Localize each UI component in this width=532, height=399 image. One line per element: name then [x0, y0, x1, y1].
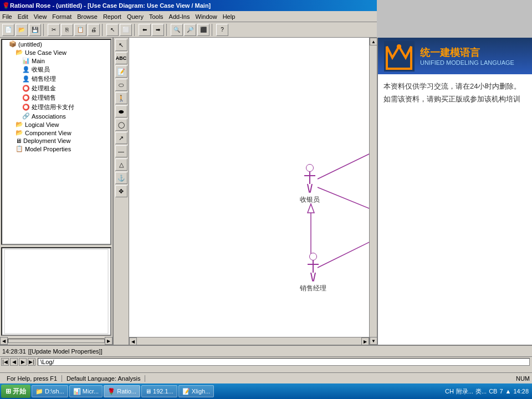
mini-scroll-right[interactable]: ▶	[105, 337, 112, 345]
scroll-right[interactable]: ▶	[361, 337, 369, 345]
svg-line-1	[318, 144, 377, 179]
log-nav-next1[interactable]: ▶|	[28, 358, 35, 366]
canvas-scrollbar[interactable]: ▲ ▼	[369, 38, 377, 345]
tray-time: 14:28	[513, 388, 529, 395]
scroll-down[interactable]: ▼	[370, 337, 377, 345]
start-label: 开始	[13, 387, 26, 396]
log-path[interactable]: \Log/	[38, 358, 530, 366]
menu-file[interactable]: File	[2, 13, 12, 20]
log-time: 14:28:31	[2, 348, 26, 355]
menu-query[interactable]: Query	[127, 13, 144, 20]
mini-scroll-left[interactable]: ◀	[0, 337, 8, 345]
vt-actor[interactable]: 🚶	[115, 92, 127, 104]
tray-ch[interactable]: CH	[445, 388, 454, 395]
menu-edit[interactable]: Edit	[18, 13, 28, 20]
scroll-left[interactable]: ◀	[129, 337, 137, 345]
taskbar-item-xlight[interactable]: 📝 Xligh...	[178, 385, 214, 397]
tb-zoom-box[interactable]: ⬛	[197, 24, 209, 36]
tree-item[interactable]: 📂Logical View	[2, 120, 110, 129]
menu-addins[interactable]: Add-Ins	[169, 13, 190, 20]
menu-tools[interactable]: Tools	[149, 13, 163, 20]
vt-scroll[interactable]: ✥	[115, 185, 127, 197]
log-nav-prev[interactable]: ◀	[10, 358, 18, 366]
taskbar: ⊞ 开始 📁 D:\sh... 📊 Micr... 🌹 Ratio... 🖥 1…	[0, 383, 532, 399]
tb-zoom-out[interactable]: 🔎	[184, 24, 196, 36]
taskbar-item-explorer[interactable]: 📁 D:\sh...	[32, 385, 68, 397]
canvas-hscrollbar[interactable]: ◀ ▶	[129, 337, 369, 345]
menu-window[interactable]: Window	[196, 13, 217, 20]
menu-report[interactable]: Report	[103, 13, 121, 20]
vt-note[interactable]: 📝	[115, 65, 127, 78]
tree-item[interactable]: 📦(untitled)	[2, 40, 110, 48]
vt-select[interactable]: ↖	[115, 39, 127, 51]
vt-usecase[interactable]: ⬬	[115, 105, 127, 117]
toolbar: 📄 📂 💾 ✂ ⎘ 📋 🖨 ↖ ⬜ ⬅ ➡ 🔍 🔎 ⬛ ?	[0, 22, 377, 38]
tree-item[interactable]: 📂Use Case View	[2, 48, 110, 57]
taskbar-rose-label: Ratio...	[117, 388, 136, 395]
tray-annex: 附录...	[456, 387, 473, 396]
menu-browse[interactable]: Browse	[77, 13, 98, 20]
tree-view[interactable]: 📦(untitled)📂Use Case View📊Main👤收银员👤销售经理⭕…	[1, 39, 111, 245]
status-num: NUM	[516, 375, 530, 382]
left-panel: 📦(untitled)📂Use Case View📊Main👤收银员👤销售经理⭕…	[0, 38, 114, 345]
tb-copy[interactable]: ⎘	[61, 24, 73, 36]
tray-arrow[interactable]: ▲	[505, 388, 511, 395]
vt-association[interactable]: —	[115, 145, 127, 157]
svg-marker-5	[308, 204, 314, 213]
tb-paste[interactable]: 📋	[74, 24, 86, 36]
start-button[interactable]: ⊞ 开始	[1, 385, 30, 398]
tree-item[interactable]: 📊Main	[2, 57, 110, 65]
tb-new[interactable]: 📄	[2, 24, 14, 36]
log-nav-next[interactable]: ▶	[19, 358, 27, 366]
taskbar-item-rose[interactable]: 🌹 Ratio...	[104, 385, 140, 397]
uml-notice-line1: 本资料仅供学习交流，请在24小时内删除。	[383, 80, 526, 93]
svg-line-2	[318, 187, 377, 219]
vt-generalization[interactable]: △	[115, 158, 127, 171]
tb-select[interactable]: ↖	[106, 24, 119, 36]
menu-view[interactable]: View	[34, 13, 47, 20]
tree-item[interactable]: 📋Model Properties	[2, 145, 110, 153]
vt-interface[interactable]: ◯	[115, 119, 127, 131]
vt-text[interactable]: ABC	[115, 52, 127, 64]
uml-header: 统一建模语言 UNIFIED MODELING LANGUAGE	[378, 38, 532, 74]
tb-browse-back[interactable]: ⬅	[139, 24, 151, 36]
tree-item[interactable]: 👤销售经理	[2, 74, 110, 84]
uml-notice-line2: 如需该资料，请购买正版或参加该机构培训	[383, 93, 526, 105]
taskbar-item-micro[interactable]: 📊 Micr...	[69, 385, 103, 397]
tb-help[interactable]: ?	[216, 24, 228, 36]
tree-item[interactable]: 📂Component View	[2, 129, 110, 137]
uml-chinese-title: 统一建模语言	[420, 46, 514, 59]
actor-head	[306, 164, 314, 172]
status-language: Default Language: Analysis	[62, 375, 145, 382]
uml-logo	[382, 42, 416, 70]
tree-item[interactable]: ⭕处理销售	[2, 93, 110, 103]
vertical-toolbar: ↖ ABC 📝 ⬭ 🚶 ⬬ ◯ ↗ — △ ⚓ ✥	[114, 38, 129, 345]
tree-item[interactable]: ⭕处理租金	[2, 84, 110, 93]
tb-browse-fwd[interactable]: ➡	[152, 24, 164, 36]
tb-open[interactable]: 📂	[16, 24, 28, 36]
log-area: 14:28:31 [[Update Model Properties]] |◀ …	[0, 345, 532, 372]
vt-dependency[interactable]: ↗	[115, 132, 127, 144]
tb-box[interactable]: ⬜	[120, 24, 132, 36]
canvas-area[interactable]: <<include>>	[129, 38, 377, 345]
tree-item[interactable]: 🔗Associations	[2, 112, 110, 120]
taskbar-item-net[interactable]: 🖥 192.1...	[141, 385, 177, 397]
tb-zoom-in[interactable]: 🔍	[171, 24, 183, 36]
tb-print[interactable]: 🖨	[88, 24, 100, 36]
tree-item[interactable]: 👤收银员	[2, 65, 110, 74]
log-nav-prev1[interactable]: |◀	[1, 358, 9, 366]
status-help: For Help, press F1	[2, 375, 62, 382]
vt-boundary[interactable]: ⬭	[115, 79, 127, 91]
menu-help[interactable]: Help	[223, 13, 236, 20]
tree-item[interactable]: ⭕处理信用卡支付	[2, 103, 110, 112]
tb-save[interactable]: 💾	[29, 24, 41, 36]
actor-manager: 销售经理	[300, 253, 326, 293]
tb-cut[interactable]: ✂	[48, 24, 60, 36]
tree-item[interactable]: 🖥Deployment View	[2, 137, 110, 145]
tray-cb: CB	[489, 388, 497, 395]
menu-format[interactable]: Format	[52, 13, 71, 20]
scroll-up[interactable]: ▲	[370, 38, 377, 45]
right-panel: 统一建模语言 UNIFIED MODELING LANGUAGE 本资料仅供学习…	[377, 38, 532, 345]
vt-anchor[interactable]: ⚓	[115, 172, 127, 184]
taskbar-tray: CH 附录... 类... CB 7 ▲ 14:28	[445, 387, 531, 396]
